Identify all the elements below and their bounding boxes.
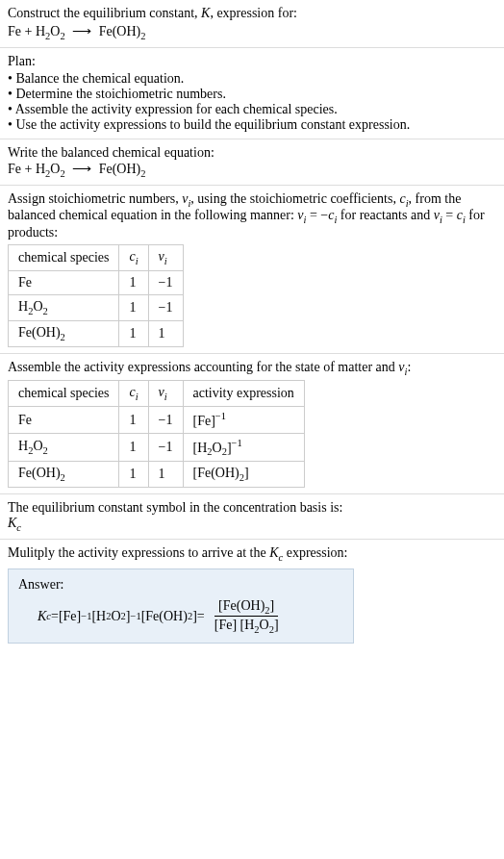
arrow-icon: ⟶: [72, 161, 91, 177]
sp-h: H: [18, 439, 28, 453]
balanced-line: Write the balanced chemical equation:: [8, 145, 496, 161]
sp-2b: 2: [43, 445, 48, 456]
symbol-kc: Kc: [8, 516, 496, 533]
sp-o: O: [33, 439, 42, 453]
ae-b: O: [213, 440, 222, 454]
eq-h2o2-o: O: [50, 24, 60, 38]
table-header-row: chemical species ci νi activity expressi…: [9, 381, 305, 407]
asm-p2: :: [407, 360, 411, 374]
frac-denominator: [Fe] [H2O2]: [211, 617, 283, 635]
ae-fe: [Fe]: [193, 414, 215, 428]
eq-h2o2-2b: 2: [60, 31, 64, 41]
asm-p1: Assemble the activity expressions accoun…: [8, 360, 398, 374]
table-row: Fe(OH)2 1 1 [Fe(OH)2]: [9, 462, 305, 488]
th-species: chemical species: [9, 245, 119, 271]
table-row: H2O2 1 −1 [H2O2]−1: [9, 433, 305, 461]
cell-c: 1: [119, 320, 148, 346]
ae-a: [H: [193, 440, 208, 454]
eq-feoh-a: Fe(OH): [99, 24, 141, 38]
sp-o: O: [33, 299, 42, 314]
ae-sup: −1: [215, 411, 226, 421]
sp-h: H: [18, 299, 28, 314]
assemble-section: Assemble the activity expressions accoun…: [0, 354, 504, 495]
plan-list: • Balance the chemical equation. • Deter…: [8, 71, 496, 133]
cell-species: Fe(OH)2: [9, 320, 119, 346]
intro-section: Construct the equilibrium constant, K, e…: [0, 0, 504, 48]
cell-c: 1: [119, 462, 148, 488]
sp-2b: 2: [43, 306, 48, 316]
table-row: Fe(OH)2 1 1: [9, 320, 184, 346]
ans-eq2: =: [197, 609, 205, 624]
cell-c: 1: [119, 433, 148, 461]
sp-feoh: Fe(OH): [18, 325, 61, 340]
multiply-section: Mulitply the activity expressions to arr…: [0, 540, 504, 649]
eq-plus: +: [21, 24, 36, 38]
intro-K: K: [201, 6, 210, 20]
assemble-paragraph: Assemble the activity expressions accoun…: [8, 360, 496, 377]
cell-activity: [H2O2]−1: [183, 433, 304, 461]
intro-line: Construct the equilibrium constant, K, e…: [8, 6, 496, 21]
plan-heading: Plan:: [8, 54, 496, 69]
eq-h2o2-h: H: [36, 24, 45, 38]
num-a: [Fe(OH): [218, 598, 265, 613]
cell-species: Fe: [9, 407, 119, 434]
mul-k: K: [269, 545, 278, 560]
th-ci: ci: [119, 245, 148, 271]
ans-k: K: [38, 609, 46, 624]
answer-label: Answer:: [18, 577, 343, 593]
cell-species: Fe: [9, 270, 119, 294]
cell-nu: −1: [148, 270, 183, 294]
cell-c: 1: [119, 294, 148, 320]
th-nui: νi: [148, 245, 183, 271]
th-activity: activity expression: [183, 381, 304, 407]
ae-a: [Fe(OH): [193, 466, 239, 480]
mul-p2: expression:: [283, 545, 347, 560]
cell-c: 1: [119, 407, 148, 434]
den-a: [Fe] [H: [214, 618, 255, 632]
symbol-line: The equilibrium constant symbol in the c…: [8, 500, 496, 516]
cell-activity: [Fe]−1: [183, 407, 304, 434]
beq-2b: 2: [60, 168, 64, 179]
th-ci: ci: [119, 381, 148, 407]
plan-item: • Determine the stoichiometric numbers.: [8, 87, 496, 102]
ans-t2a: [H: [91, 609, 106, 624]
assign-section: Assign stoichiometric numbers, νi, using…: [0, 186, 504, 354]
answer-fraction: [Fe(OH)2] [Fe] [H2O2]: [211, 598, 283, 636]
plan-item: • Balance the chemical equation.: [8, 71, 496, 87]
th-ci-i: i: [136, 392, 139, 402]
ans-sup2: −1: [131, 611, 141, 621]
ans-eq: =: [51, 609, 59, 624]
beq-plus: +: [21, 162, 36, 176]
frac-numerator: [Fe(OH)2]: [214, 598, 278, 618]
plan-item: • Assemble the activity expression for e…: [8, 102, 496, 117]
th-nui: νi: [148, 381, 183, 407]
plan-section: Plan: • Balance the chemical equation. •…: [0, 48, 504, 139]
assign-p2: , using the stoichiometric coefficients,: [190, 191, 399, 206]
ans-t2c: O: [111, 609, 120, 624]
mul-p1: Mulitply the activity expressions to arr…: [8, 545, 269, 560]
multiply-paragraph: Mulitply the activity expressions to arr…: [8, 545, 496, 563]
assign-p4: for reactants and: [337, 208, 433, 222]
cell-nu: −1: [148, 294, 183, 320]
sym-k: K: [8, 516, 16, 530]
cell-species: H2O2: [9, 294, 119, 320]
sp-2: 2: [61, 472, 65, 483]
cell-species: Fe(OH)2: [9, 462, 119, 488]
activity-table: chemical species ci νi activity expressi…: [8, 380, 305, 488]
cell-nu: 1: [148, 462, 183, 488]
table-header-row: chemical species ci νi: [9, 245, 184, 271]
answer-box: Answer: Kc = [Fe]−1 [H2O2]−1 [Fe(OH)2] =…: [8, 568, 354, 644]
answer-lhs: Kc = [Fe]−1 [H2O2]−1 [Fe(OH)2] =: [38, 609, 205, 624]
beq-h: H: [36, 162, 45, 176]
num-c: ]: [270, 598, 275, 613]
intro-text-2: , expression for:: [210, 6, 297, 20]
intro-equation: Fe + H2O2 ⟶ Fe(OH)2: [8, 23, 496, 41]
balanced-section: Write the balanced chemical equation: Fe…: [0, 139, 504, 186]
ae-sup: −1: [232, 438, 242, 448]
assign-eq2b: =: [442, 208, 457, 222]
symbol-section: The equilibrium constant symbol in the c…: [0, 494, 504, 540]
den-e: ]: [274, 618, 279, 632]
cell-nu: −1: [148, 433, 183, 461]
stoich-table: chemical species ci νi Fe 1 −1 H2O2 1 −1…: [8, 244, 184, 346]
beq-fe: Fe: [8, 162, 21, 176]
